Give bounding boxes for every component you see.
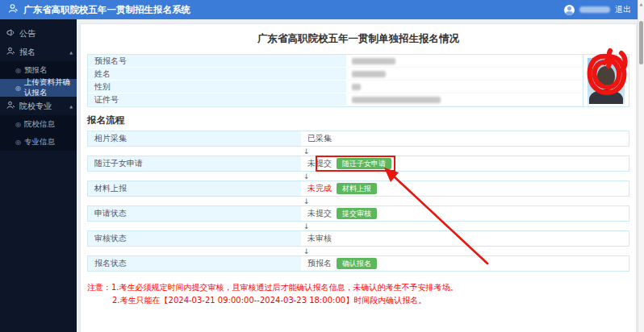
notice-text: 注意：1.考生必须规定时间内提交审核，且审核通过后才能确认报名信息，未确认的考生… <box>87 281 629 306</box>
process-step-status: 未完成 <box>307 183 332 194</box>
process-step-status: 未审核 <box>307 233 332 244</box>
name-redacted <box>352 71 386 77</box>
sidebar-item-registration[interactable]: 报名 ▲ <box>0 43 77 61</box>
material-upload-button[interactable]: 材料上报 <box>337 183 377 195</box>
process-row-application-status: 申请状态 未提交 提交审核 <box>87 205 629 222</box>
process-step-label: 报名状态 <box>88 256 303 271</box>
field-label: 证件号 <box>88 93 348 106</box>
sidebar-item-college-major[interactable]: 院校专业 ▲ <box>0 97 77 115</box>
sidebar-item-label: 公告 <box>19 28 36 39</box>
process-step-label: 申请状态 <box>88 206 303 221</box>
sidebar-item-preregistration[interactable]: ◎ 预报名 <box>0 61 77 79</box>
submit-review-button[interactable]: 提交审核 <box>337 208 377 220</box>
table-row: 证件号 <box>88 93 583 106</box>
sidebar: 公告 报名 ▲ ◎ 预报名 ◎ 上传资料并确认报名 院校专业 ▲ <box>0 19 77 332</box>
process-row-review-status: 审核状态 未审核 <box>87 230 629 247</box>
flow-down-arrow: ↓ <box>87 247 629 255</box>
app-header: 广东省高职院校五年一贯制招生报名系统 退出 <box>0 0 644 19</box>
candidate-info-table: 预报名号 姓名 性别 证件号 <box>87 54 629 107</box>
section-title: 报名流程 <box>87 114 629 127</box>
notice-line-2: 2.考生只能在【2024-03-21 09:00:00--2024-03-23 … <box>87 294 629 307</box>
college-major-submenu: ◎ 院校信息 ◎ 专业信息 <box>0 115 77 151</box>
flow-down-arrow: ↓ <box>87 147 629 156</box>
process-step-label: 审核状态 <box>88 231 303 246</box>
process-step-label: 相片采集 <box>88 131 303 146</box>
app-window: 广东省高职院校五年一贯制招生报名系统 退出 公告 报名 ▲ ◎ 预报名 <box>0 0 644 332</box>
field-label: 性别 <box>88 81 348 93</box>
sidebar-item-label: 上传资料并确认报名 <box>24 77 77 98</box>
process-row-photo-collection: 相片采集 已采集 <box>87 131 629 147</box>
username-redacted <box>579 6 610 13</box>
sidebar-item-announcements[interactable]: 公告 <box>0 24 77 43</box>
candidate-photo <box>588 58 625 104</box>
field-value <box>348 68 583 81</box>
sidebar-item-label: 报名 <box>19 47 36 58</box>
page-title: 广东省高职院校五年一贯制单独招生报名情况 <box>87 32 629 46</box>
sidebar-item-label: 院校专业 <box>19 101 52 112</box>
logout-button[interactable]: 退出 <box>615 4 631 15</box>
field-label: 姓名 <box>88 68 348 81</box>
preregistration-number-redacted <box>352 58 395 64</box>
process-step-label: 随迁子女申请 <box>88 156 303 171</box>
user-edit-icon <box>8 3 19 16</box>
sidebar-item-college-info[interactable]: ◎ 院校信息 <box>0 115 77 133</box>
flow-down-arrow: ↓ <box>87 197 629 205</box>
notice-line-1: 注意：1.考生必须规定时间内提交审核，且审核通过后才能确认报名信息，未确认的考生… <box>87 281 629 294</box>
content-panel: 广东省高职院校五年一贯制单独招生报名情况 预报名号 姓名 性别 <box>80 23 637 332</box>
chevron-up-icon: ▲ <box>69 104 73 109</box>
user-avatar-icon <box>564 5 575 15</box>
process-step-label: 材料上报 <box>88 181 303 196</box>
table-row: 预报名号 <box>88 55 583 68</box>
flow-down-arrow: ↓ <box>87 222 629 230</box>
field-value <box>348 55 583 68</box>
scrollbar-up-arrow[interactable]: ▲ <box>638 0 644 8</box>
sidebar-item-major-info[interactable]: ◎ 专业信息 <box>0 133 77 151</box>
process-row-registration-status: 报名状态 预报名 确认报名 <box>87 255 629 272</box>
app-title: 广东省高职院校五年一贯制招生报名系统 <box>23 4 190 16</box>
process-table: 相片采集 已采集 ↓ 随迁子女申请 未提交 随迁子女申请 <box>87 131 629 272</box>
table-row: 姓名 <box>88 68 583 81</box>
scrollbar-thumb[interactable] <box>639 21 643 64</box>
field-value <box>348 93 583 106</box>
circle-icon: ◎ <box>15 85 21 92</box>
migrant-children-apply-button[interactable]: 随迁子女申请 <box>337 158 391 170</box>
candidate-photo-cell <box>583 55 629 106</box>
process-row-migrant-children: 随迁子女申请 未提交 随迁子女申请 <box>87 156 629 172</box>
process-row-material-upload: 材料上报 未完成 材料上报 <box>87 181 629 197</box>
person-icon <box>6 47 15 57</box>
flow-down-arrow: ↓ <box>87 172 629 181</box>
process-step-status: 未提交 <box>307 208 332 219</box>
confirm-registration-button[interactable]: 确认报名 <box>337 258 377 270</box>
scrollbar[interactable]: ▲ <box>638 0 644 332</box>
id-number-redacted <box>352 97 441 103</box>
registration-submenu: ◎ 预报名 ◎ 上传资料并确认报名 <box>0 61 77 97</box>
process-step-status: 已采集 <box>307 133 332 144</box>
chevron-up-icon: ▲ <box>69 50 73 55</box>
circle-icon: ◎ <box>15 121 21 128</box>
table-row: 性别 <box>88 81 583 93</box>
field-label: 预报名号 <box>88 55 348 68</box>
gender-redacted <box>352 84 361 90</box>
sidebar-item-label: 院校信息 <box>24 119 55 130</box>
sidebar-item-label: 预报名 <box>24 65 48 76</box>
person-icon <box>6 101 15 111</box>
process-step-status: 预报名 <box>307 258 332 269</box>
circle-icon: ◎ <box>15 139 21 146</box>
sidebar-item-upload-confirm[interactable]: ◎ 上传资料并确认报名 <box>0 79 77 97</box>
circle-icon: ◎ <box>15 67 21 74</box>
sidebar-item-label: 专业信息 <box>24 137 55 147</box>
field-value <box>348 81 583 93</box>
megaphone-icon <box>6 28 15 39</box>
red-box-annotation: 随迁子女申请 <box>316 156 395 172</box>
main-content: 广东省高职院校五年一贯制单独招生报名情况 预报名号 姓名 性别 <box>77 19 638 332</box>
